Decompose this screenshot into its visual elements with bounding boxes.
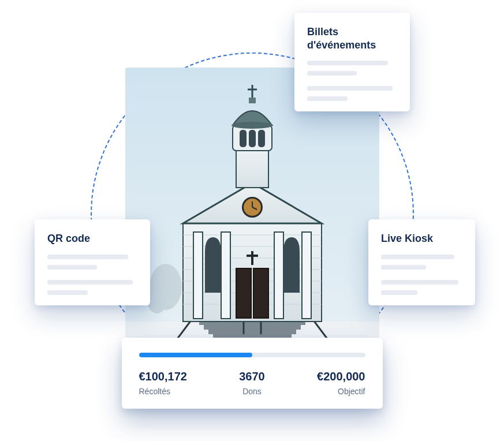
metric-value: €100,172 [139, 370, 187, 383]
svg-rect-19 [236, 268, 251, 318]
stats-row: €100,172 Récoltés 3670 Dons €200,000 Obj… [139, 370, 365, 396]
card-title: QR code [47, 232, 137, 245]
metric-donations: 3670 Dons [239, 370, 265, 396]
svg-rect-15 [193, 232, 203, 319]
skeleton-line [381, 280, 458, 285]
svg-rect-16 [221, 232, 230, 319]
svg-rect-18 [302, 232, 311, 319]
svg-rect-34 [249, 98, 256, 103]
skeleton-line [47, 290, 88, 295]
skeleton-line [307, 96, 348, 101]
progress-fill [139, 353, 252, 357]
metric-label: Récoltés [139, 387, 187, 396]
skeleton-line [47, 255, 128, 259]
illustration-stage: Billets d'événements QR code Live Kiosk … [0, 0, 504, 441]
skeleton-line [307, 61, 388, 65]
skeleton-line [47, 265, 97, 270]
svg-rect-28 [236, 148, 268, 188]
skeleton-line [381, 255, 454, 259]
svg-rect-5 [208, 330, 296, 334]
metric-raised: €100,172 Récoltés [139, 370, 187, 396]
progress-bar [139, 353, 365, 357]
card-title: Billets d'événements [307, 25, 397, 51]
metric-label: Dons [239, 387, 265, 396]
svg-point-33 [232, 122, 273, 129]
card-live-kiosk: Live Kiosk [368, 219, 475, 305]
card-qr-code: QR code [35, 219, 150, 305]
svg-rect-31 [249, 130, 256, 147]
metric-value: €200,000 [317, 370, 365, 383]
svg-rect-32 [258, 130, 265, 147]
svg-rect-30 [240, 130, 247, 147]
svg-rect-4 [204, 325, 301, 330]
card-event-tickets: Billets d'événements [294, 13, 410, 111]
metric-value: 3670 [239, 370, 265, 383]
svg-rect-7 [183, 223, 322, 322]
svg-rect-20 [253, 268, 268, 318]
skeleton-line [381, 265, 426, 270]
svg-rect-17 [274, 232, 283, 319]
skeleton-line [381, 290, 417, 295]
metric-goal: €200,000 Objectif [317, 370, 365, 396]
skeleton-line [307, 71, 357, 76]
metric-label: Objectif [317, 387, 365, 396]
skeleton-line [307, 86, 393, 91]
card-title: Live Kiosk [381, 232, 462, 245]
fundraising-stats-card: €100,172 Récoltés 3670 Dons €200,000 Obj… [122, 338, 383, 409]
skeleton-line [47, 280, 133, 285]
